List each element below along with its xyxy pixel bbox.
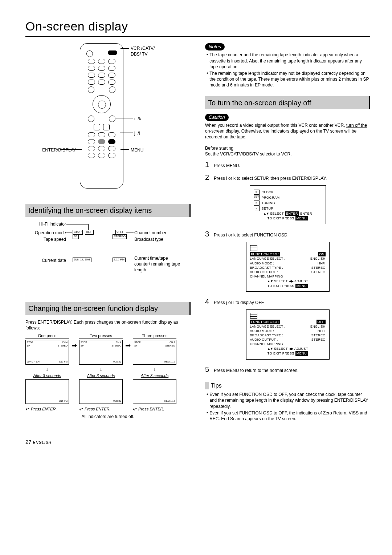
notes-list: The tape counter and the remaining tape … [207, 52, 370, 88]
before-text: Set the VCR/CATV/DBS/TV selector to VCR. [205, 151, 370, 157]
step-num-4: 4 [205, 297, 212, 307]
lbl-chnum: Channel number [134, 230, 167, 236]
arrow-down-icon [79, 366, 123, 373]
press-enter-1: Press ENTER. [31, 407, 57, 411]
seq-title-2: Two presses [79, 333, 123, 339]
leftright-icon [289, 347, 293, 351]
bullet-icon [207, 410, 208, 422]
arrow-down-icon [25, 366, 69, 373]
tv-3b: REM 1:15 [133, 379, 176, 404]
step-5: Press MENU to return to the normal scree… [214, 368, 298, 373]
tips-list: Even if you set FUNCTION OSD to OFF, you… [207, 392, 370, 422]
press-sequence: One press STOPSP CH 4STEREO JUN 17, SAT … [25, 333, 191, 412]
remote-diagram: VCR /CATV/ DBS/ TV i /k j /l MENU ENTER/… [25, 43, 174, 196]
changing-intro: Press ENTER/DISPLAY. Each press changes … [25, 319, 191, 331]
tuning-icon: ✳ [254, 200, 260, 206]
lbl-btype: Broadcast type [134, 236, 163, 242]
osd-setup-off: FUNCTION OSD :OFF LANGUAGE SELECT :ENGLI… [246, 309, 330, 359]
step-1: Press MENU. [214, 163, 240, 169]
arrow-diag-icon [25, 407, 30, 411]
lbl-hifi: Hi-Fi indicator [25, 221, 66, 227]
tv-1a: STOPSP CH 4STEREO JUN 17, SAT 2:15 PM [25, 340, 69, 365]
setup-icon [250, 313, 257, 319]
note-1: The tape counter and the remaining tape … [209, 52, 370, 70]
press-enter-3: Press ENTER. [138, 407, 164, 411]
step-2: Press i or k to select SETUP, then press… [214, 175, 327, 181]
step-num-5: 5 [205, 365, 212, 374]
tip-2: Even if you set FUNCTION OSD to OFF, the… [209, 410, 370, 422]
updown-icon [263, 211, 269, 216]
setup-icon: ≡ [254, 206, 260, 211]
clock-icon: ⏱ [254, 190, 260, 195]
section-identifying: Identifying the on-screen display items [25, 204, 191, 217]
tip-1: Even if you set FUNCTION OSD to OFF, you… [209, 392, 370, 409]
after-1: After 3 seconds [25, 373, 69, 378]
osd-menu-main: ⏱CLOCK RECPROGRAM ✳TUNING ≡SETUP SELECT … [250, 185, 326, 224]
arrow-diag-icon [133, 407, 137, 411]
page-number: 27 [25, 439, 32, 445]
box-hifi: HI-FI [85, 230, 94, 235]
left-column: VCR /CATV/ DBS/ TV i /k j /l MENU ENTER/… [25, 43, 191, 424]
after-3: After 3 seconds [133, 373, 176, 378]
tips-title: Tips [205, 382, 370, 390]
page-footer: 27 ENGLISH [25, 438, 370, 446]
all-off-text: All indicators are turned off. [25, 414, 191, 420]
press-enter-2: Press ENTER. [85, 407, 111, 411]
lbl-date: Current date [25, 258, 66, 263]
box-sp: SP [73, 234, 79, 239]
updown-icon [267, 347, 273, 351]
lbl-opmode: Operation mode [25, 230, 66, 236]
seq-title-3: Three presses [133, 333, 176, 339]
section-turnoff: To turn the on-screen display off [205, 96, 370, 109]
arrow-right-icon: ➡ [125, 333, 131, 358]
step-num-2: 2 [205, 173, 212, 182]
bullet-icon [207, 392, 208, 409]
caution-text: When you record a video signal output fr… [205, 122, 370, 140]
step-4: Press j or l to display OFF. [214, 300, 265, 305]
lbl-timecounter: Current time/tape counter/ remaining tap… [134, 255, 181, 273]
bullet-icon [207, 52, 208, 70]
box-stereo: STEREO [113, 234, 127, 239]
remote-label-selector: VCR /CATV/ DBS/ TV [131, 45, 155, 57]
seq-title-1: One press [25, 333, 69, 339]
remote-label-updown: i /k [134, 116, 141, 122]
after-2: After 3 seconds [79, 373, 123, 378]
step-num-3: 3 [205, 229, 212, 239]
tv-2a: STOPSP CH 4STEREO 0:35:40 [79, 340, 123, 365]
remote-label-enter: ENTER/DISPLAY [25, 147, 76, 153]
bullet-icon [207, 70, 208, 88]
leftright-icon [289, 279, 293, 283]
osd-setup-on: FUNCTION OSD :ON LANGUAGE SELECT :ENGLIS… [246, 242, 330, 292]
remote-body [80, 43, 123, 189]
tv-1b: 2:15 PM [25, 379, 69, 404]
tv-3a: STOPSP CH 4STEREO REM 1:15 [133, 340, 176, 365]
page-title: On-screen display [25, 18, 370, 37]
box-stop: STOP [73, 230, 83, 235]
box-time: 2:15 PM [113, 258, 126, 262]
setup-icon [250, 245, 257, 251]
tv-2b: 0:35:40 [79, 379, 123, 404]
notes-pill: Notes [205, 43, 225, 51]
updown-icon [267, 279, 273, 283]
lbl-tapespeed: Tape speed [25, 236, 66, 242]
note-2: The remaining tape length indicator may … [209, 70, 370, 88]
remote-label-menu: MENU [131, 147, 143, 153]
section-changing: Changing the on-screen function display [25, 302, 191, 315]
page-lang: ENGLISH [33, 441, 52, 445]
step-num-1: 1 [205, 160, 212, 170]
caution-pill: Caution [205, 114, 229, 121]
arrow-down-icon [133, 366, 176, 373]
arrow-right-icon: ➡ [71, 333, 77, 358]
right-column: Notes The tape counter and the remaining… [205, 43, 370, 424]
before-starting: Before starting [205, 145, 370, 151]
remote-label-leftright: j /l [134, 130, 140, 136]
box-ch: CH 4 [115, 230, 124, 235]
arrow-diag-icon [79, 407, 83, 411]
box-date: JUN 17, SAT [73, 258, 91, 262]
step-3: Press i or k to select FUNCTION OSD. [214, 232, 289, 238]
osd-items-diagram: Hi-Fi indicator Operation mode Tape spee… [25, 221, 191, 294]
program-icon: REC [254, 195, 260, 200]
